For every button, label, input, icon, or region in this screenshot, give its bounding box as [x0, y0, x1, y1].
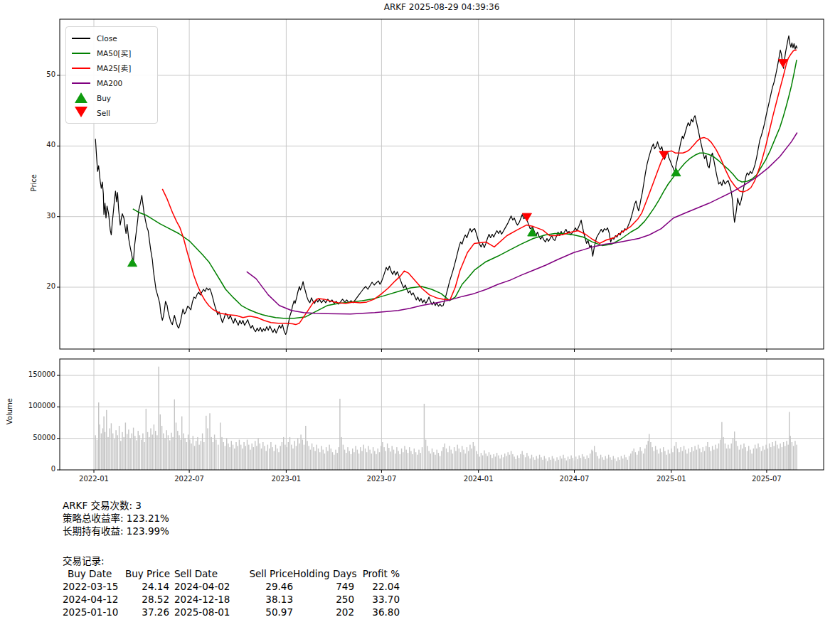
volume-bar — [551, 460, 551, 470]
price-tick-label: 50 — [31, 70, 55, 78]
volume-bar — [588, 458, 589, 470]
legend: Close MA50[买] MA25[卖] MA200 Buy Sell — [65, 26, 158, 124]
volume-bar — [280, 446, 281, 470]
volume-bar — [418, 450, 419, 470]
volume-bar — [373, 447, 373, 470]
record-cell: 33.70 — [354, 593, 400, 606]
volume-bar — [610, 457, 610, 470]
volume-bar — [463, 450, 464, 470]
volume-bar — [498, 456, 499, 470]
volume-bar — [119, 426, 119, 470]
volume-bar — [288, 442, 289, 470]
volume-bar — [694, 446, 695, 470]
record-row: 2024-04-1228.522024-12-1838.1325033.70 — [63, 593, 400, 606]
volume-bar — [711, 451, 711, 470]
volume-bar — [599, 459, 600, 470]
trade-records-heading: 交易记录: — [63, 554, 400, 567]
volume-bar — [751, 454, 752, 470]
volume-bar — [255, 441, 255, 470]
volume-bar — [360, 447, 361, 470]
record-column-header: Buy Date — [63, 567, 125, 580]
volume-bar — [218, 445, 218, 470]
volume-bar — [745, 447, 746, 470]
volume-bar — [728, 445, 728, 470]
volume-bar — [708, 447, 709, 470]
volume-bar — [632, 451, 632, 470]
volume-bar — [506, 456, 506, 471]
volume-bar — [266, 451, 267, 470]
record-cell: 202 — [293, 606, 354, 618]
ma200-line-swatch — [72, 82, 90, 84]
sell-marker — [522, 213, 531, 221]
volume-bar — [211, 437, 212, 470]
volume-bar — [666, 455, 666, 470]
volume-bar — [621, 456, 622, 471]
volume-bar — [191, 444, 191, 470]
record-row: 2025-01-1037.262025-08-0150.9720236.80 — [63, 606, 400, 618]
volume-bar — [149, 437, 149, 470]
volume-bar — [788, 445, 789, 470]
volume-bar — [630, 454, 631, 470]
volume-bar — [501, 455, 502, 470]
volume-bar — [404, 446, 405, 470]
volume-bar — [329, 445, 329, 470]
volume-bar — [777, 445, 777, 470]
volume-bar — [107, 437, 108, 470]
volume-bar — [213, 442, 213, 470]
volume-bar — [661, 452, 662, 470]
volume-bar — [538, 459, 538, 470]
volume-bar — [296, 446, 297, 470]
volume-bar — [209, 413, 210, 470]
volume-bar — [592, 451, 593, 470]
volume-bar — [544, 456, 545, 471]
volume-bar — [646, 445, 647, 470]
volume-bar — [102, 429, 103, 471]
volume-bar — [283, 437, 284, 470]
volume-bar — [264, 446, 265, 470]
volume-bar — [602, 457, 602, 470]
volume-bar — [339, 399, 340, 470]
volume-bar — [144, 442, 144, 470]
volume-bar — [95, 435, 96, 470]
volume-bar — [703, 447, 703, 470]
volume-bar — [605, 456, 606, 471]
volume-bar — [503, 457, 504, 470]
volume-bar — [307, 441, 307, 470]
volume-bar — [696, 450, 697, 470]
volume-bar — [286, 447, 287, 470]
volume-bar — [474, 446, 475, 470]
volume-bar — [471, 449, 472, 470]
volume-bar — [671, 449, 671, 470]
record-column-header: Buy Price — [125, 567, 169, 580]
volume-bar — [764, 450, 765, 470]
price-tick-label: 40 — [31, 141, 55, 149]
volume-bar — [270, 442, 271, 470]
volume-bar — [487, 456, 488, 471]
volume-bar — [401, 449, 402, 470]
volume-bar — [664, 451, 665, 470]
volume-bar — [282, 442, 282, 470]
volume-bar — [414, 449, 415, 470]
volume-bar — [686, 454, 687, 470]
volume-bar — [691, 447, 692, 470]
volume-bar — [680, 447, 681, 470]
volume-bar — [591, 450, 592, 470]
volume-bar — [438, 453, 439, 470]
volume-bar — [685, 450, 686, 470]
volume-bar — [739, 450, 740, 470]
volume-bar — [731, 444, 732, 470]
legend-item-sell: Sell — [72, 105, 151, 120]
volume-bar — [756, 449, 757, 470]
volume-bar — [422, 447, 422, 470]
volume-bar — [561, 459, 562, 470]
volume-bar — [737, 446, 738, 470]
volume-bar — [349, 451, 350, 470]
volume-bar — [455, 451, 456, 470]
volume-tick-label: 0 — [13, 465, 55, 473]
volume-bar — [525, 457, 526, 470]
volume-bar — [129, 439, 130, 470]
volume-bar — [231, 441, 232, 470]
volume-bar — [250, 450, 250, 470]
volume-bar — [161, 426, 162, 470]
volume-bar — [553, 459, 554, 470]
